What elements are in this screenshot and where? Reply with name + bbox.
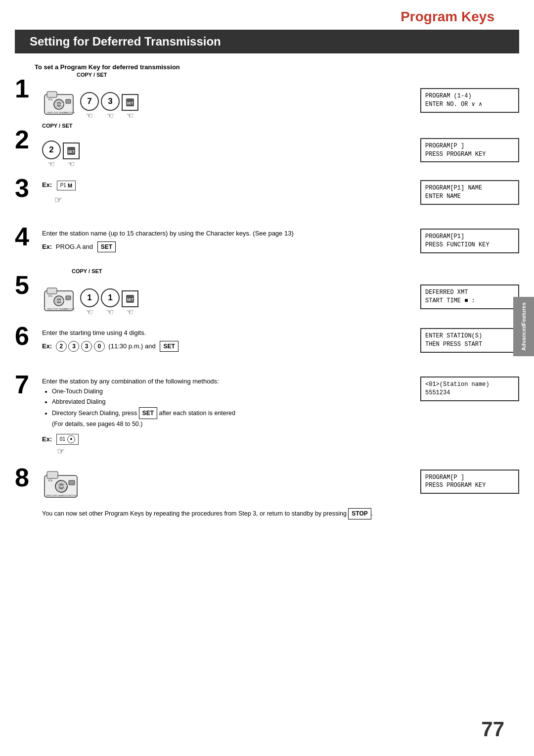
step-8-row: 8 VOL DIRECTORY SEARCH FUNCTION START: [15, 467, 519, 520]
svg-text:FUNCTION: FUNCTION: [64, 111, 75, 114]
step-4-number: 4: [15, 224, 42, 249]
step-1-number: 1: [15, 76, 42, 101]
step8-footer-text: You can now set other Program Keys by re…: [42, 508, 410, 520]
step5-copy-label: COPY / SET: [72, 268, 102, 274]
svg-text:SET: SET: [127, 298, 134, 301]
svg-text:FUNCTION: FUNCTION: [64, 308, 75, 310]
step-2-row: 2 COPY / SET 2 ☞ SET ☞: [15, 129, 519, 169]
svg-text:VOL: VOL: [48, 98, 53, 101]
svg-text:START: START: [56, 103, 64, 106]
step7-methods-list: One-Touch Dialing Abbreviated Dialing Di…: [52, 386, 410, 430]
step8-screen: PROGRAM[P ] PRESS PROGRAM KEY: [420, 470, 519, 494]
svg-text:START: START: [56, 299, 64, 302]
step-6-row: 6 Enter the starting time using 4 digits…: [15, 326, 519, 365]
step4-set-box: SET: [97, 241, 116, 252]
svg-text:VOL: VOL: [48, 294, 53, 297]
fax-machine-icon: VOL DIRECTORY SEARCH FUNCTION START: [42, 90, 76, 120]
step4-screen: PROGRAM[P1] PRESS FUNCTION KEY: [420, 229, 519, 253]
svg-text:DIRECTORY SEARCH: DIRECTORY SEARCH: [46, 494, 66, 497]
step-8-number: 8: [15, 465, 42, 490]
step5-key-1b: 1 ☞: [101, 288, 120, 317]
step1-key-set: SET ☞: [122, 94, 138, 120]
step4-text: Enter the station name (up to 15 charact…: [42, 229, 410, 252]
step-5-row: 5 COPY / SET VOL: [15, 275, 519, 317]
step5-screen: DEFERRED XMT START TIME ■ :: [420, 284, 519, 309]
step-7-number: 7: [15, 372, 42, 397]
step7-text: Enter the station by any combination of …: [42, 377, 410, 458]
section-header: Setting for Deferred Transmission: [15, 30, 519, 53]
step5-key-1a: 1 ☞: [80, 288, 99, 317]
step6-screen: ENTER STATION(S) THEN PRESS START: [420, 328, 519, 353]
side-tab: Advanced Features: [513, 297, 534, 356]
svg-rect-14: [47, 288, 57, 294]
svg-text:START: START: [57, 485, 67, 488]
step-3-row: 3 Ex: P1 M ☞ PROGRAM[P1] NAME ENTER NAME: [15, 178, 519, 217]
step-4-row: 4 Enter the station name (up to 15 chara…: [15, 226, 519, 266]
step2-screen: PROGRAM[P ] PRESS PROGRAM KEY: [420, 138, 519, 163]
step1-copy-label: COPY / SET: [77, 72, 107, 78]
svg-text:FUNCTION: FUNCTION: [67, 494, 77, 497]
step-5-number: 5: [15, 272, 42, 298]
svg-rect-17: [66, 296, 71, 300]
step3-screen: PROGRAM[P1] NAME ENTER NAME: [420, 180, 519, 205]
svg-text:SET: SET: [127, 101, 134, 105]
step7-screen: <01>(Station name) 5551234: [420, 377, 519, 401]
step2-key-2: 2 ☞: [42, 141, 61, 169]
stop-box: STOP: [348, 508, 371, 520]
intro-text: To set a Program Key for deferred transm…: [35, 63, 519, 71]
step-6-number: 6: [15, 323, 42, 349]
step2-copy-label: COPY / SET: [42, 123, 73, 129]
page-title: Program Keys: [0, 0, 534, 30]
step2-key-set: SET ☞: [63, 142, 80, 169]
step-7-row: 7 Enter the station by any combination o…: [15, 374, 519, 458]
page-number: 77: [481, 717, 504, 741]
step-3-number: 3: [15, 175, 42, 201]
svg-text:VOL: VOL: [48, 479, 53, 482]
step6-text: Enter the starting time using 4 digits. …: [42, 328, 410, 352]
svg-rect-1: [47, 92, 57, 97]
step3-ex-label: Ex:: [42, 181, 52, 189]
step3-p1-key: P1 M: [57, 181, 76, 190]
step-1-row: 1 COPY / SET VOL: [15, 78, 519, 120]
step5-fax-icon: VOL DIRECTORY SEARCH FUNCTION START: [42, 286, 76, 317]
step1-screen: PROGRAM (1-4) ENTER NO. OR ∨ ∧: [420, 88, 519, 113]
svg-rect-25: [47, 472, 58, 478]
svg-text:SET: SET: [68, 150, 75, 153]
step1-key-7: 7 ☞: [80, 92, 99, 120]
step1-key-3: 3 ☞: [101, 92, 120, 120]
svg-rect-28: [69, 480, 75, 485]
step-2-number: 2: [15, 127, 42, 152]
svg-rect-4: [66, 99, 71, 103]
step5-key-set: SET ☞: [122, 290, 138, 317]
step6-set-box: SET: [160, 341, 178, 352]
step8-fax-icon: VOL DIRECTORY SEARCH FUNCTION START: [42, 470, 410, 504]
